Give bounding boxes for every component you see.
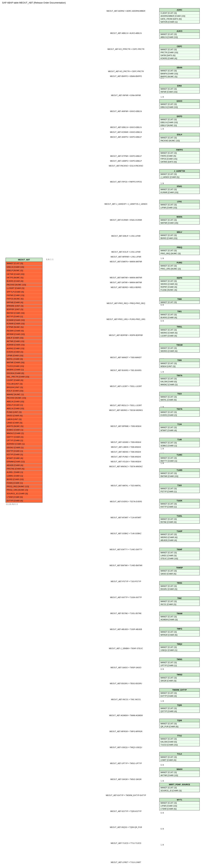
source-field: BUKRS [CHAR (4)] [6, 279, 42, 283]
target-entity-header: T6WSP [160, 566, 199, 569]
target-entity-header: T000 [160, 298, 199, 301]
target-entity: T6WSPMANDT [CLNT (3)]SAISO [CHAR (4)] [159, 566, 200, 575]
relation-item: MEOUT_ABT-MFRGR = TMFG-MFRGR [92, 730, 159, 746]
source-field: EWTTY [CHAR (2)] [6, 435, 42, 439]
source-field: PUNEI [UNIT (3)] [6, 410, 42, 414]
relation-item: MEOUT_ABT-BPRME = T006-MSEHI [92, 425, 159, 441]
target-entity-header: T163 [160, 484, 199, 487]
target-entity-header: T134 [160, 423, 199, 426]
relation-label: MEOUT_ABT-UEBPO = EKPO-EBELP [109, 160, 142, 162]
target-field: MANDT [CLNT (3)] [160, 692, 199, 694]
relation-label: MEOUT_ABT-KUNNR = KNA1-KUNNR [109, 219, 143, 221]
target-field: MANDT [CLNT (3)] [160, 661, 199, 664]
target-field: FUZAE [NUMC (4)] [160, 288, 199, 291]
target-field: EBELP [NUMC (5)] [160, 124, 199, 127]
target-field: UPTYP [CHAR (1)] [160, 664, 199, 667]
relation-item: MEOUT_ABT-BSTAE = T163L-BSTAE1..N [92, 612, 159, 628]
target-field: MANDT [CLNT (3)] [160, 426, 199, 429]
target-entity: FMFPOMANDT [CLNT (3)]FIKRS [CHAR (4)]FIP… [159, 148, 200, 163]
relation-item: MEOUT_ABT-MANDT = T000-MANDT1..N [92, 356, 159, 369]
target-field: BERID [CHAR (10)] [160, 237, 199, 240]
target-entity: TINCMANDT [CLNT (3)]INCO1 [CHAR (3)] [159, 596, 200, 606]
source-field: PACKNO [NUMC (10)] [6, 396, 42, 400]
target-field: BANFN [CHAR (10)] [160, 72, 199, 75]
relation-item: MEOUT_ABT-PUNEI = T006-MSEHI1..N [92, 456, 159, 461]
target-field: DATBIS [DATS (8)] [160, 160, 199, 163]
source-field: ANFPS [NUMC (5)] [6, 425, 42, 428]
target-field: MANDT [CLNT (3)] [160, 265, 199, 267]
relation-label: MEOUT_ABT-BNFPO = EBAN-BNFPO [109, 75, 143, 77]
relation-label: MEOUT_ABT-EWTTY = T149C-EWTTY [109, 549, 143, 551]
target-entity: ADRCCLIENT [CLNT (3)]ADDRNUMBER [CHAR (1… [159, 8, 200, 24]
target-field: MATNR [CHAR (18)] [160, 221, 199, 224]
target-field: MANDT [CLNT (3)] [160, 377, 199, 380]
source-field: MANDT [CLNT (3)] [6, 262, 42, 265]
relation-label: MEOUT_ABT-INFNR = EINA-INFNR [110, 94, 141, 96]
relation-list: MEOUT_ABT-ADRN2 = ADRC-ADDRNUMBER0..NMEO… [92, 10, 159, 868]
relation-item: MEOUT_ABT-BUKRS = T001-BUKRS1..N [92, 369, 159, 385]
relation-item: MEOUT_ABT-EBELN = EKKO-EBELN1..N [92, 126, 159, 131]
target-entity-header: TBSG [160, 581, 199, 585]
target-entity: WAKHMANDT [CLNT (3)]AKTNR [CHAR (10)] [159, 768, 200, 777]
source-field: UPTYP [CHAR (1)] [6, 439, 42, 442]
source-field: EMLIF [CHAR (10)] [6, 336, 42, 340]
target-field: MANDT [CLNT (3)] [160, 518, 199, 521]
target-field: RDPRF [CHAR (4)] [160, 286, 199, 288]
relation-item: MEOUT_ABT-WERKS = T001W-WERKS [92, 409, 159, 425]
target-field: EHTYP [CHAR (4)] [160, 694, 199, 698]
target-entity: ESLHMANDT [CLNT (3)]PACKNO [NUMC (10)] [159, 133, 200, 142]
source-field: KONNR [CHAR (10)] [6, 318, 42, 322]
relation-label: MEOUT_ABT-MTART = T134-MTART [110, 517, 142, 519]
target-field: EBELN [CHAR (10)] [160, 121, 199, 124]
relation-item: MEOUT_ABT-J_1BNBM = T604F-STEUC [92, 647, 159, 666]
target-field: TXJCD [CHAR (15)] [160, 743, 199, 746]
target-entity: T148MANDT [CLNT (3)]SOBKZ [CHAR (1)] [159, 438, 200, 447]
target-entity: KNA1MANDT [CLNT (3)]KUNNR [CHAR (10)] [159, 185, 200, 194]
target-entity: EKKOMANDT [CLNT (3)]EBELN [CHAR (10)] [159, 99, 200, 109]
relation-label: MEOUT_ABT-SOBKZ = T148-SOBKZ [110, 532, 142, 534]
relation-label: MEOUT_ABT-VOLEH = T006-MSEHI [110, 461, 142, 463]
target-entity-header: EKPO [160, 115, 199, 118]
relation-item: MEOUT_ABT-LGORT = T001L-LGORT [92, 385, 159, 404]
relation-label: MEOUT_ABT-EHTYP = TMSRM_EHTYP-EHTYP [105, 794, 147, 796]
source-field: BRGEW [UNIT (3)] [6, 386, 42, 389]
target-field: SOBKZ [CHAR (1)] [160, 444, 199, 447]
target-field: MANDT [CLNT (3)] [160, 487, 199, 490]
relation-item: MEOUT_ABT-EMATN = MARA-MATNR [92, 260, 159, 277]
target-entity-header: EINA [160, 84, 199, 88]
target-entity: T000MANDT [CLNT (3)] [159, 298, 200, 304]
relation-item: MEOUT_ABT-J_1AINDXP = J_1AINFT20-J_1AIND… [92, 203, 159, 219]
target-entity: TMQ2MANDT [CLNT (3)]USEQU [CHAR (1)] [159, 642, 200, 652]
right-column: ADRCCLIENT [CLNT (3)]ADDRNUMBER [CHAR (1… [159, 4, 222, 810]
source-field: ABELN [CHAR (10)] [6, 407, 42, 410]
target-field: AGMEM [CHAR (3)] [160, 618, 199, 621]
relation-label: MEOUT_ABT-RESLO = T001L-LGORT [109, 404, 143, 406]
source-field: LEBRE [CHAR (1)] [6, 474, 42, 478]
target-field: MANDT [CLNT (3)] [160, 646, 199, 649]
relation-label: MEOUT_ABT-ABELN = AUKO-ABELN [110, 32, 142, 34]
target-field: MANDT [CLNT (3)] [160, 249, 199, 252]
target-field: MANDT [CLNT (3)] [160, 738, 199, 740]
cardinality-right: 0..N [161, 828, 164, 830]
source-field: KSTYP [CHAR (3)] [6, 453, 42, 456]
source-field: AUREL [CHAR (1)] [6, 471, 42, 474]
target-entity: CEPCMANDT [CLNT (3)]PRCTR [CHAR (10)]DAT… [159, 44, 200, 60]
target-field: MANDT [CLNT (3)] [160, 219, 199, 221]
target-field: EVERS [CHAR (2)] [160, 414, 199, 416]
target-entity: TQ05MANDT [CLNT (3)]QSTYP [CHAR (4)] [159, 704, 200, 713]
target-field: MANDT [CLNT (3)] [160, 756, 199, 758]
target-entity-header: WRFT_POHF_SOURCE [160, 783, 199, 786]
relation-item: MEOUT_ABT-ABUEB = T163P-ABUEB1..N [92, 628, 159, 647]
cardinality-right: 0..N [161, 812, 164, 814]
source-field: KOLIF [CHAR (10)] [6, 389, 42, 393]
relation-label: MEOUT_ABT-MFRNR = LFA1-LIFNR [110, 256, 142, 258]
relation-label: MEOUT_ABT-GEWEI = T006-MSEHI [110, 441, 142, 443]
source-field: SPFTLP [CHAR (4)] [6, 290, 42, 294]
target-field: MANDT [CLNT (3)] [160, 676, 199, 679]
target-entity-header: ESLH [160, 133, 199, 136]
target-entity: T163KMANDT [CLNT (3)]KNTTP [CHAR (1)] [159, 499, 200, 508]
relation-label: MEOUT_ABT-MATNR = MARA-MATNR [109, 277, 143, 279]
target-entity-header: TMSRM_EHTYP [160, 688, 199, 692]
relation-label: MEOUT_ABT-WERKS = T001W-WERKS [108, 409, 143, 411]
target-field: MANDT [CLNT (3)] [160, 630, 199, 633]
